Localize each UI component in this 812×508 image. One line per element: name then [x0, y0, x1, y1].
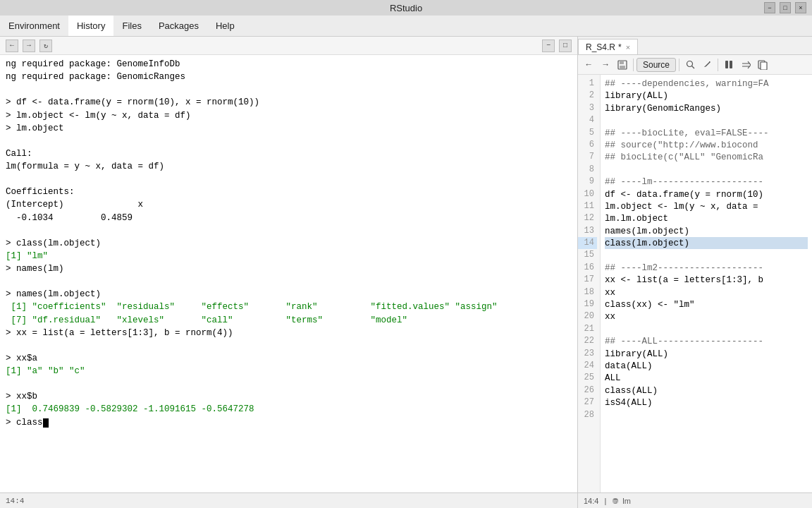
console-output[interactable]: ng required package: GenomeInfoDb ng req…: [0, 55, 577, 492]
console-refresh-button[interactable]: ↻: [39, 40, 52, 52]
code-line: class(ALL): [605, 385, 808, 397]
editor-branch: lm lm: [612, 497, 631, 505]
line-number: 25: [578, 372, 597, 384]
line-number: 27: [578, 397, 597, 409]
editor-copy-button[interactable]: [755, 57, 770, 73]
line-number: 11: [578, 200, 597, 212]
menu-files[interactable]: Files: [113, 16, 149, 36]
close-button[interactable]: ×: [795, 2, 806, 13]
toolbar-separator: [718, 59, 718, 71]
editor-nav-button[interactable]: [738, 57, 753, 73]
minimize-button[interactable]: −: [764, 2, 775, 13]
console-line: [6, 377, 572, 390]
editor-search-button[interactable]: [682, 57, 698, 73]
line-number: 19: [578, 298, 597, 310]
line-number: 7: [578, 151, 597, 163]
window-controls: − □ ×: [764, 2, 806, 13]
editor-edit-button[interactable]: [699, 57, 715, 73]
code-line: ## ----lm2--------------------: [605, 262, 808, 274]
console-line: > names(lm.object): [6, 288, 572, 301]
code-line: [605, 409, 808, 421]
editor-tab-r-s4[interactable]: R_S4.R * ×: [578, 39, 638, 54]
console-line: > class(lm.object): [6, 237, 572, 250]
console-line: [1] 0.7469839 -0.5829302 -1.1091615 -0.5…: [6, 403, 572, 416]
svg-line-4: [691, 66, 694, 69]
menu-bar: Environment History Files Packages Help: [0, 16, 812, 37]
console-position: 14:4: [6, 497, 24, 505]
console-forward-button[interactable]: →: [23, 40, 35, 52]
console-line: [7] "df.residual" "xlevels" "call" "term…: [6, 314, 572, 327]
editor-content[interactable]: 1 2 3 4 5 6 7 8 9 10 11 12 13 14 15 16 1…: [578, 75, 812, 492]
console-line: > df <- data.frame(y = rnorm(10), x = rn…: [6, 96, 572, 109]
menu-history[interactable]: History: [68, 16, 113, 36]
tab-label: R_S4.R: [586, 42, 615, 52]
statusbar-separator: |: [604, 497, 606, 505]
code-line: data(ALL): [605, 360, 808, 372]
console-line: > xx$b: [6, 390, 572, 403]
line-number: 23: [578, 348, 597, 360]
code-line: class(xx) <- "lm": [605, 298, 808, 310]
console-line: [6, 339, 572, 352]
editor-redo-button[interactable]: →: [598, 57, 613, 73]
menu-packages[interactable]: Packages: [150, 16, 207, 36]
console-line: [6, 173, 572, 186]
app-title: RStudio: [390, 3, 422, 13]
code-line: xx: [605, 310, 808, 322]
line-number: 28: [578, 409, 597, 421]
console-line: [1] "coefficients" "residuals" "effects"…: [6, 301, 572, 313]
line-number: 10: [578, 188, 597, 200]
line-number: 20: [578, 310, 597, 322]
line-number: 24: [578, 360, 597, 372]
console-line: > xx = list(a = letters[1:3], b = rnorm(…: [6, 327, 572, 339]
editor-run-button[interactable]: [721, 57, 737, 73]
line-number: 5: [578, 127, 597, 139]
line-number: 2: [578, 90, 597, 102]
console-back-button[interactable]: ←: [6, 40, 18, 52]
svg-text:lm: lm: [613, 499, 619, 504]
line-number: 22: [578, 335, 597, 347]
tab-close-button[interactable]: ×: [626, 43, 630, 52]
console-line: > names(lm): [6, 262, 572, 275]
code-line: xx: [605, 286, 808, 298]
editor-undo-button[interactable]: ←: [581, 57, 596, 73]
line-number: 12: [578, 212, 597, 224]
console-line: lm(formula = y ~ x, data = df): [6, 160, 572, 173]
line-number: 9: [578, 176, 597, 188]
menu-help[interactable]: Help: [207, 16, 243, 36]
source-button[interactable]: Source: [636, 58, 676, 72]
console-minimize-button[interactable]: −: [542, 40, 555, 52]
svg-rect-1: [620, 61, 624, 64]
console-line: Call:: [6, 147, 572, 160]
line-number: 4: [578, 114, 597, 126]
code-line: [605, 164, 808, 176]
line-number: 8: [578, 164, 597, 176]
code-line: df <- data.frame(y = rnorm(10): [605, 188, 808, 200]
line-number: 15: [578, 249, 597, 261]
main-layout: ← → ↻ − □ ng required package: GenomeInf…: [0, 37, 812, 508]
maximize-button[interactable]: □: [780, 2, 791, 13]
console-line: ng required package: GenomicRanges: [6, 71, 572, 83]
line-number: 13: [578, 225, 597, 237]
svg-point-3: [687, 61, 692, 67]
console-line: [6, 275, 572, 288]
code-line: ## ----biocLite, eval=FALSE----: [605, 127, 808, 139]
code-line: ## ----lm---------------------: [605, 176, 808, 188]
code-line: ## ----ALL--------------------: [605, 335, 808, 347]
tab-modified-indicator: *: [618, 42, 622, 52]
console-maximize-button[interactable]: □: [559, 40, 572, 52]
console-line: > lm.object: [6, 122, 572, 135]
console-line: -0.1034 0.4859: [6, 212, 572, 224]
toolbar-separator: [679, 59, 679, 71]
toolbar-separator: [633, 59, 634, 71]
code-line: lm.object <- lm(y ~ x, data =: [605, 200, 808, 212]
code-line: names(lm.object): [605, 225, 808, 237]
code-line: class(lm.object): [605, 237, 808, 249]
line-number: 14: [578, 237, 597, 249]
menu-environment[interactable]: Environment: [0, 16, 68, 36]
editor-save-button[interactable]: [615, 57, 630, 73]
line-number: 3: [578, 102, 597, 114]
editor-code-area[interactable]: ## ----dependencies, warning=FA library(…: [601, 75, 812, 492]
editor-panel: R_S4.R * × ← → Source: [578, 37, 812, 508]
line-numbers: 1 2 3 4 5 6 7 8 9 10 11 12 13 14 15 16 1…: [578, 75, 601, 492]
editor-statusbar: 14:4 | lm lm: [578, 492, 812, 508]
